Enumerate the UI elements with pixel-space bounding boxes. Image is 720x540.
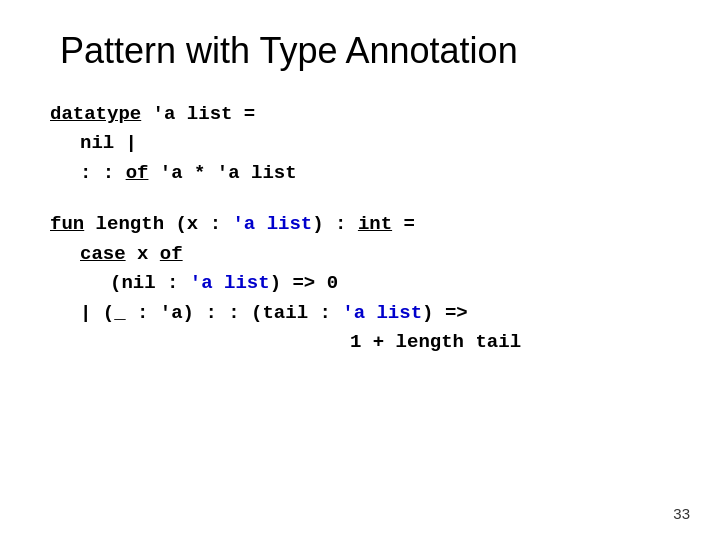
code-nil-case: (nil : 'a list) => 0 — [110, 269, 670, 298]
code-line-1: datatype 'a list = — [50, 100, 670, 129]
of-keyword-2: of — [160, 243, 183, 265]
code-case-x: x — [126, 243, 160, 265]
code-fun-colon: ) : — [312, 213, 358, 235]
code-fun-line: fun length (x : 'a list) : int = — [50, 210, 670, 239]
code-result-line: 1 + length tail — [350, 328, 670, 357]
code-line-2: nil | — [80, 129, 670, 158]
fun-keyword: fun — [50, 213, 84, 235]
code-line-3: : : of 'a * 'a list — [80, 159, 670, 188]
code-nil-result: ) => 0 — [270, 272, 338, 294]
code-section-2: fun length (x : 'a list) : int = case x … — [50, 210, 670, 357]
code-fun-eq: = — [392, 213, 415, 235]
code-line-3-rest: 'a * 'a list — [148, 162, 296, 184]
code-case-line: case x of — [80, 240, 670, 269]
type-alist-2: 'a list — [190, 272, 270, 294]
code-nil-bar: nil | — [80, 132, 137, 154]
code-section-1: datatype 'a list = nil | : : of 'a * 'a … — [50, 100, 670, 188]
type-alist-1: 'a list — [232, 213, 312, 235]
page-number: 33 — [673, 505, 690, 522]
of-keyword: of — [126, 162, 149, 184]
code-cons-prefix: : : — [80, 162, 114, 184]
code-fun-mid: length (x : — [84, 213, 232, 235]
code-nil-pattern: (nil — [110, 272, 156, 294]
datatype-keyword: datatype — [50, 103, 141, 125]
int-type: int — [358, 213, 392, 235]
code-cons-pattern: | (_ : 'a) : : (tail : — [80, 302, 342, 324]
type-alist-3: 'a list — [342, 302, 422, 324]
code-cons-arrow: ) => — [422, 302, 468, 324]
slide: Pattern with Type Annotation datatype 'a… — [0, 0, 720, 540]
code-cons-case: | (_ : 'a) : : (tail : 'a list) => — [80, 299, 670, 328]
case-keyword: case — [80, 243, 126, 265]
code-line-1-rest: 'a list = — [141, 103, 255, 125]
slide-title: Pattern with Type Annotation — [60, 30, 670, 72]
code-result: 1 + length tail — [350, 331, 521, 353]
